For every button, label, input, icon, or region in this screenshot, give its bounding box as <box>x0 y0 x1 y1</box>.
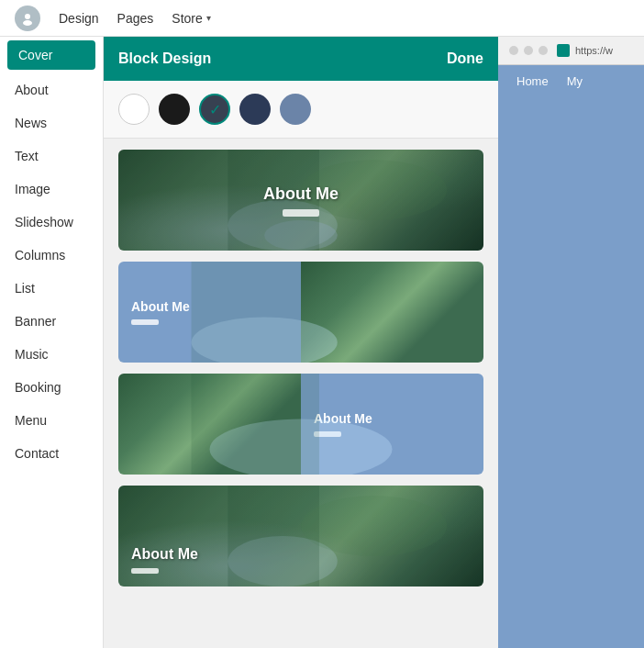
template-4-title: About Me <box>131 546 198 563</box>
browser-chrome: https://w <box>498 37 644 65</box>
preview-nav: Home My <box>498 65 644 97</box>
browser-dot-2 <box>524 46 533 55</box>
color-navy[interactable] <box>239 94 271 125</box>
template-1-title: About Me <box>263 184 339 204</box>
color-black[interactable] <box>159 94 190 125</box>
block-design-header: Block Design Done <box>104 37 498 81</box>
sidebar-item-booking[interactable]: Booking <box>0 371 103 404</box>
template-card-1[interactable]: About Me <box>118 150 483 251</box>
browser-dot-3 <box>539 46 548 55</box>
sidebar-item-slideshow[interactable]: Slideshow <box>0 206 103 239</box>
svg-rect-7 <box>192 262 301 363</box>
svg-point-0 <box>25 14 30 19</box>
design-nav-item[interactable]: Design <box>59 11 99 26</box>
sidebar-item-menu[interactable]: Menu <box>0 404 103 437</box>
center-panel: Block Design Done ✓ <box>104 37 498 648</box>
color-white[interactable] <box>118 94 150 125</box>
template-4-button <box>131 568 159 574</box>
preview-panel: https://w Home My <box>498 37 644 648</box>
store-nav-item[interactable]: Store ▾ <box>172 11 210 26</box>
store-arrow-icon: ▾ <box>206 13 211 23</box>
block-design-title: Block Design <box>118 50 211 67</box>
pages-nav-item[interactable]: Pages <box>117 11 154 26</box>
sidebar: Cover About News Text Image Slideshow Co… <box>0 37 104 648</box>
template-card-2[interactable]: About Me <box>118 262 483 363</box>
sidebar-item-list[interactable]: List <box>0 272 103 305</box>
sidebar-item-banner[interactable]: Banner <box>0 305 103 338</box>
sidebar-item-image[interactable]: Image <box>0 173 103 206</box>
preview-content: Home My <box>498 65 644 648</box>
top-navigation: Design Pages Store ▾ <box>0 0 644 37</box>
color-steel-blue[interactable] <box>280 94 311 125</box>
template-card-4[interactable]: About Me <box>118 486 483 587</box>
done-button[interactable]: Done <box>447 50 483 67</box>
template-card-3[interactable]: About Me <box>118 374 483 475</box>
sidebar-item-text[interactable]: Text <box>0 140 103 173</box>
color-dark-gray[interactable]: ✓ <box>199 94 230 125</box>
sidebar-item-contact[interactable]: Contact <box>0 437 103 470</box>
browser-dot-1 <box>509 46 518 55</box>
preview-nav-home[interactable]: Home <box>516 74 549 88</box>
main-layout: Cover About News Text Image Slideshow Co… <box>0 37 644 648</box>
template-1-button <box>283 209 319 217</box>
browser-url: https://w <box>575 45 613 56</box>
template-2-right <box>301 262 483 363</box>
sidebar-item-about[interactable]: About <box>0 73 103 106</box>
checkmark-icon: ✓ <box>209 101 221 118</box>
svg-rect-9 <box>192 374 319 475</box>
templates-area: About Me About Me <box>104 139 498 648</box>
sidebar-item-cover[interactable]: Cover <box>7 40 95 70</box>
color-palette: ✓ <box>104 81 498 139</box>
template-3-left <box>118 374 301 475</box>
preview-nav-my[interactable]: My <box>567 74 583 88</box>
avatar[interactable] <box>15 6 40 31</box>
preview-body <box>498 97 644 648</box>
sidebar-item-news[interactable]: News <box>0 106 103 140</box>
svg-point-1 <box>23 20 32 26</box>
sidebar-item-music[interactable]: Music <box>0 338 103 371</box>
sidebar-item-columns[interactable]: Columns <box>0 239 103 272</box>
browser-favicon-icon <box>557 44 570 57</box>
